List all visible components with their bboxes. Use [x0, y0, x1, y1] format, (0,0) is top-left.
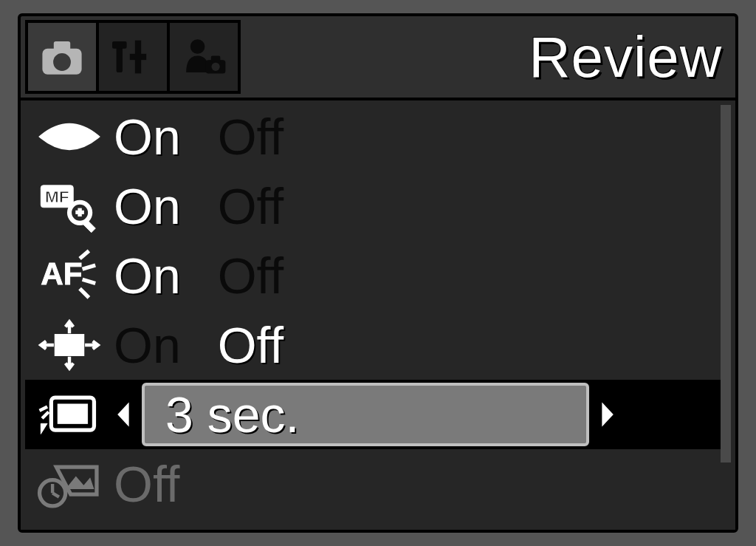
tab-shooting[interactable]: [25, 20, 99, 94]
svg-rect-7: [135, 58, 141, 73]
svg-rect-4: [112, 41, 127, 49]
review-display-icon: [25, 386, 114, 443]
svg-point-11: [212, 63, 220, 71]
date-stamp-icon: [25, 455, 114, 513]
menu-list: On Off MF On: [21, 100, 721, 530]
menu-tabs: [25, 20, 241, 94]
menu-row-mf-zoom[interactable]: MF On Off: [25, 171, 721, 241]
tab-setup[interactable]: [96, 20, 170, 94]
option-on[interactable]: On: [114, 177, 181, 235]
row-values: On Off: [114, 177, 284, 235]
menu-row-date-stamp[interactable]: Off: [25, 449, 721, 519]
option-on[interactable]: On: [114, 247, 181, 304]
arrow-left-icon[interactable]: [114, 398, 134, 431]
svg-rect-10: [211, 56, 221, 62]
svg-text:MF: MF: [45, 187, 69, 206]
svg-rect-5: [135, 41, 141, 56]
option-on[interactable]: On: [114, 316, 181, 374]
selected-value[interactable]: 3 sec.: [142, 383, 589, 446]
svg-text:AF: AF: [41, 256, 82, 291]
af-assist-icon: AF: [25, 247, 114, 304]
svg-line-22: [83, 265, 96, 269]
svg-rect-27: [58, 404, 87, 423]
option-off[interactable]: Off: [218, 316, 284, 374]
option-off[interactable]: Off: [218, 247, 284, 304]
svg-line-23: [83, 279, 96, 283]
option-off: Off: [114, 455, 179, 513]
value-selector: 3 sec.: [114, 380, 721, 449]
scrollbar[interactable]: [721, 105, 731, 525]
menu-body: On Off MF On: [21, 98, 735, 530]
svg-rect-25: [56, 336, 82, 355]
frame-expand-icon: [25, 316, 114, 374]
menu-header: Review: [21, 16, 735, 98]
svg-point-13: [66, 134, 73, 140]
row-values: Off: [114, 455, 179, 513]
svg-point-2: [53, 53, 71, 71]
svg-line-29: [40, 406, 48, 410]
svg-line-21: [80, 251, 89, 259]
tab-my-menu[interactable]: [167, 20, 241, 94]
svg-line-28: [42, 412, 49, 418]
menu-row-frame-expand[interactable]: On Off: [25, 310, 721, 380]
arrow-right-icon[interactable]: [597, 398, 617, 431]
menu-row-review[interactable]: 3 sec.: [25, 380, 721, 449]
svg-line-32: [52, 493, 59, 496]
svg-rect-1: [54, 41, 70, 52]
svg-point-8: [190, 39, 205, 54]
menu-row-redeye[interactable]: On Off: [25, 102, 721, 171]
svg-line-24: [80, 289, 89, 298]
svg-rect-19: [78, 208, 81, 216]
row-values: On Off: [114, 108, 284, 165]
menu-row-af-assist[interactable]: AF On Off: [25, 241, 721, 310]
row-values: On Off: [114, 247, 284, 304]
row-values: On Off: [114, 316, 284, 374]
scroll-thumb[interactable]: [721, 105, 731, 463]
menu-title: Review: [529, 24, 722, 91]
option-off[interactable]: Off: [218, 177, 284, 235]
mf-zoom-icon: MF: [25, 177, 114, 235]
eye-icon: [25, 108, 114, 165]
option-off[interactable]: Off: [218, 108, 284, 165]
camera-menu-screen: Review On Off: [18, 13, 738, 533]
option-on[interactable]: On: [114, 108, 181, 165]
